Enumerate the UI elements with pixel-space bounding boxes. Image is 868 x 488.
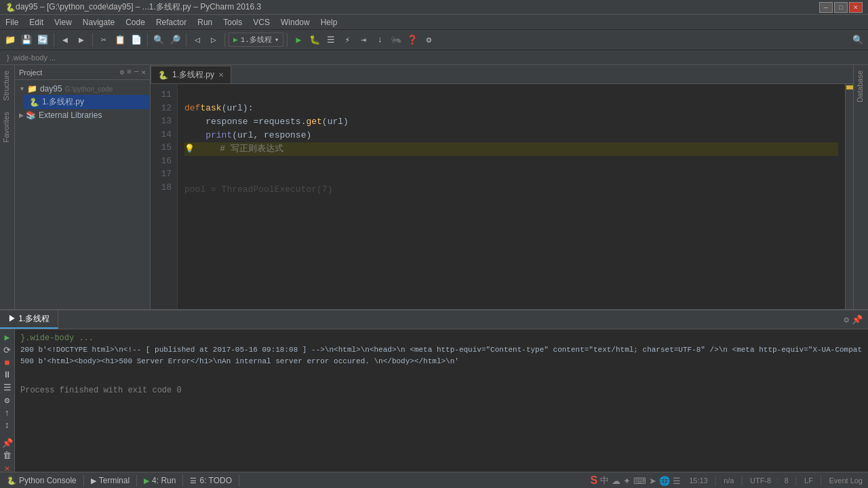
tree-arrow-day95: ▼ <box>19 85 25 92</box>
sync-button[interactable]: 🔄 <box>35 33 50 47</box>
bottom-tab-todo[interactable]: ☰ 6: TODO <box>183 474 239 487</box>
menu-tools[interactable]: Tools <box>218 16 248 28</box>
search-button[interactable]: 🔍 <box>151 33 166 47</box>
menu-refactor[interactable]: Refactor <box>151 16 192 28</box>
run-settings2-icon[interactable]: ⚙ <box>1 395 14 406</box>
editor-scrollbar[interactable] <box>845 84 853 309</box>
project-view-button[interactable]: 📁 <box>3 33 18 47</box>
search-everywhere-button[interactable]: 🔍 <box>850 33 865 47</box>
lang-icon[interactable]: 🌐 <box>659 476 670 486</box>
run-config-selector[interactable]: ▶ 1.多线程 ▾ <box>229 33 283 47</box>
run-settings-icon[interactable]: ⚙ <box>844 314 849 325</box>
cut-button[interactable]: ✂ <box>96 33 111 47</box>
next-nav-button[interactable]: ▷ <box>206 33 221 47</box>
step-into-button[interactable]: ↓ <box>372 33 387 47</box>
sogou-icon[interactable]: S <box>590 474 597 487</box>
copy-button[interactable]: 📋 <box>113 33 127 47</box>
debug-button[interactable]: 🐛 <box>307 33 322 47</box>
terminal-icon: ▶ <box>91 476 96 485</box>
favorites-tab[interactable]: Favorites <box>0 106 14 148</box>
database-tab[interactable]: Database <box>854 65 868 108</box>
chinese-input-icon[interactable]: 中 <box>600 474 609 487</box>
line-num-16: 16 <box>153 155 172 168</box>
run-config-icon: ▶ <box>233 35 238 44</box>
forward-button[interactable]: ▶ <box>74 33 89 47</box>
run-expand-icon[interactable]: ↕ <box>1 420 14 430</box>
sdk-button[interactable]: ⚙ <box>421 33 436 47</box>
bottom-tab-terminal[interactable]: ▶ Terminal <box>84 474 137 487</box>
help-button[interactable]: ❓ <box>405 33 420 47</box>
editor-area: 🐍 1.多线程.py ✕ 11 12 13 14 15 16 17 18 <box>151 65 853 309</box>
run-pin2-icon[interactable]: 📌 <box>1 438 14 449</box>
run-panel-tabs: ▶ 1.多线程 ⚙ 📌 <box>0 310 868 329</box>
run-scroll-icon[interactable]: ↑ <box>1 408 14 418</box>
save-button[interactable]: 💾 <box>19 33 34 47</box>
tree-item-external[interactable]: ▶ 📚 External Libraries <box>15 109 150 121</box>
event-log-label[interactable]: Event Log <box>829 476 863 485</box>
toolbar-sep-6 <box>287 33 288 47</box>
run-tab-run[interactable]: ▶ 1.多线程 <box>0 310 58 329</box>
run-clear-icon[interactable]: 🗑 <box>1 451 14 461</box>
menu-window[interactable]: Window <box>275 16 315 28</box>
todo-icon: ☰ <box>190 476 197 485</box>
back-button[interactable]: ◀ <box>58 33 73 47</box>
menu-help[interactable]: Help <box>315 16 343 28</box>
weather-icon[interactable]: ☁ <box>612 476 620 486</box>
structure-tab[interactable]: Structure <box>0 65 14 106</box>
star-icon[interactable]: ✦ <box>623 476 631 486</box>
ant-button[interactable]: 🐜 <box>389 33 403 47</box>
coverage-button[interactable]: ☰ <box>323 33 338 47</box>
menu-vcs[interactable]: VCS <box>248 16 275 28</box>
code-line-15: 💡 # 写正则表达式 <box>184 142 838 156</box>
tab-close-button[interactable]: ✕ <box>218 71 224 79</box>
find-button[interactable]: 🔎 <box>167 33 182 47</box>
panel-close-icon[interactable]: ✕ <box>141 68 146 77</box>
menu-run[interactable]: Run <box>192 16 218 28</box>
close-button[interactable]: ✕ <box>849 2 863 13</box>
kw-def: def <box>184 102 200 115</box>
panel-minimize-icon[interactable]: ─ <box>134 68 139 77</box>
tree-folder-icon: 📁 <box>27 84 37 94</box>
menu-edit[interactable]: Edit <box>24 16 49 28</box>
tab-label: 1.多线程.py <box>172 69 214 81</box>
menu-file[interactable]: File <box>0 16 24 28</box>
menu-view[interactable]: View <box>49 16 77 28</box>
line-num-17: 17 <box>153 167 172 181</box>
run-pin-icon[interactable]: 📌 <box>852 314 863 325</box>
run-pause-button[interactable]: ⏸ <box>1 370 14 380</box>
run-stop-button[interactable]: ■ <box>1 358 14 368</box>
paste-button[interactable]: 📄 <box>129 33 144 47</box>
panel-settings-icon[interactable]: ≡ <box>127 68 132 77</box>
run-content: ▶ ⟳ ■ ⏸ ☰ ⚙ ↑ ↕ 📌 🗑 ✕ ❓ }.wide-body ... … <box>0 329 868 472</box>
panel-gear-icon[interactable]: ⚙ <box>120 68 125 77</box>
run-button[interactable]: ▶ <box>291 33 306 47</box>
maximize-button[interactable]: □ <box>834 2 848 13</box>
menu2-icon[interactable]: ☰ <box>673 476 681 486</box>
window-controls[interactable]: ─ □ ✕ <box>819 2 863 13</box>
prev-nav-button[interactable]: ◁ <box>190 33 205 47</box>
run-close-icon[interactable]: ✕ <box>1 463 14 472</box>
minimize-button[interactable]: ─ <box>819 2 833 13</box>
keyboard-icon[interactable]: ⌨ <box>633 476 646 486</box>
tree-item-file[interactable]: 🐍 1.多线程.py <box>23 95 150 109</box>
python-console-label: Python Console <box>19 476 77 485</box>
tree-item-day95[interactable]: ▼ 📁 day95 G:\python_code <box>15 83 150 95</box>
menu-navigate[interactable]: Navigate <box>77 16 120 28</box>
run-play-button[interactable]: ▶ <box>1 332 14 343</box>
editor-content[interactable]: 11 12 13 14 15 16 17 18 def task(url): r… <box>151 84 853 309</box>
run-rerun-button[interactable]: ⟳ <box>1 345 14 356</box>
line-num-12: 12 <box>153 102 172 115</box>
code-area[interactable]: def task(url): response = requests.get(u… <box>178 84 845 309</box>
scroll-marker-warning <box>846 85 853 89</box>
editor-tab-file[interactable]: 🐍 1.多线程.py ✕ <box>151 66 231 83</box>
input-icon[interactable]: ➤ <box>649 476 656 486</box>
run-dump-button[interactable]: ☰ <box>1 382 14 393</box>
toolbar-sep-1 <box>54 33 54 47</box>
bottom-tab-run[interactable]: ▶ 4: Run <box>137 474 183 487</box>
menu-code[interactable]: Code <box>120 16 151 28</box>
line-num-11: 11 <box>153 88 172 102</box>
bottom-tab-python-console[interactable]: 🐍 Python Console <box>0 474 84 487</box>
profile-button[interactable]: ⚡ <box>340 33 355 47</box>
step-over-button[interactable]: ⇥ <box>356 33 371 47</box>
bottom-tabs: 🐍 Python Console ▶ Terminal ▶ 4: Run ☰ 6… <box>0 472 868 488</box>
